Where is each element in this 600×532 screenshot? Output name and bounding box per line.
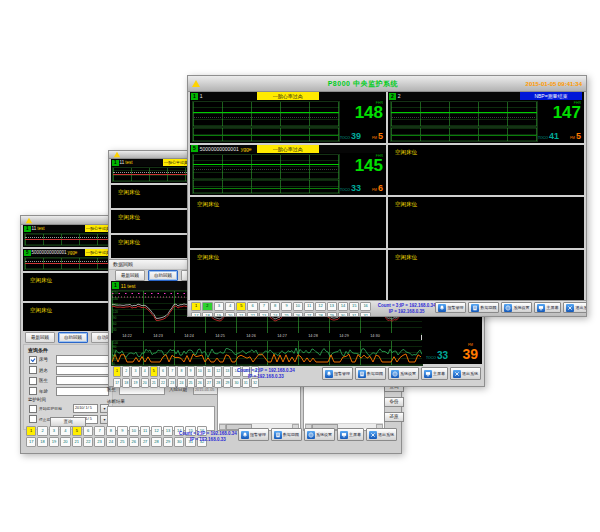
bed-button-22[interactable]: 22 <box>83 437 93 447</box>
bed-button-24[interactable]: 24 <box>106 437 116 447</box>
bed-button-26[interactable]: 26 <box>129 437 139 447</box>
bed-button-18[interactable]: 18 <box>122 378 130 389</box>
bed-button-25[interactable]: 25 <box>117 437 127 447</box>
bed-button-1[interactable]: 1 <box>191 302 201 311</box>
bed-button-28[interactable]: 28 <box>315 312 325 317</box>
toolbar-button-main-screen[interactable]: 主屏幕 <box>534 302 561 313</box>
empty-bed-cell[interactable]: 空闲床位 <box>111 235 189 258</box>
toolbar-button-main-screen[interactable]: 主屏幕 <box>421 367 448 380</box>
toolbar-button-settings-globe[interactable]: 系统设置 <box>388 367 419 380</box>
bed-button-27[interactable]: 27 <box>205 378 213 389</box>
bed-button-19[interactable]: 19 <box>214 312 224 317</box>
bed-button-12[interactable]: 12 <box>151 426 161 436</box>
empty-bed-cell[interactable]: 空闲床位 <box>111 210 189 233</box>
bed-button-20[interactable]: 20 <box>141 378 149 389</box>
bed-button-13[interactable]: 13 <box>163 426 173 436</box>
toolbar-button-alarm-bell[interactable]: 报警管理 <box>435 302 466 313</box>
bed-button-22[interactable]: 22 <box>159 378 167 389</box>
toolbar-button-exit[interactable]: 退出系统 <box>450 367 481 380</box>
checkbox-床号[interactable] <box>29 356 37 364</box>
bed-button-16[interactable]: 16 <box>360 302 370 311</box>
empty-bed-cell[interactable]: 空闲床位 <box>190 197 386 248</box>
bed-button-15[interactable]: 15 <box>349 302 359 311</box>
toolbar-button-alarm-bell[interactable]: 报警管理 <box>322 367 353 380</box>
patient-cell-bed-1[interactable]: 11一胎心率过高FHR148TOCO39FM5 <box>190 92 386 143</box>
window-a-title-bar[interactable]: P8000 中央监护系统 2015-01-05 09:41:34 <box>188 76 586 92</box>
bed-button-3[interactable]: 3 <box>131 366 139 377</box>
bed-button-25[interactable]: 25 <box>281 312 291 317</box>
bed-button-6[interactable]: 6 <box>159 366 167 377</box>
toolbar-button-alarm-bell[interactable]: 报警管理 <box>238 428 269 441</box>
bed-button-28[interactable]: 28 <box>214 378 222 389</box>
bed-button-17[interactable]: 17 <box>191 312 201 317</box>
side-button-备份[interactable]: 备份 <box>384 397 404 407</box>
tab-自助回顾[interactable]: 自助回顾 <box>148 270 178 281</box>
bed-button-8[interactable]: 8 <box>106 426 116 436</box>
bed-button-1[interactable]: 1 <box>26 426 36 436</box>
bed-button-23[interactable]: 23 <box>94 437 104 447</box>
bed-button-10[interactable]: 10 <box>196 366 204 377</box>
bed-button-1[interactable]: 1 <box>113 366 121 377</box>
bed-button-24[interactable]: 24 <box>177 378 185 389</box>
bed-button-4[interactable]: 4 <box>141 366 149 377</box>
patient-cell-bed-5[interactable]: 550000000000001ygge一胎心率过高 <box>23 249 111 271</box>
date-input-开始监护日期[interactable]: 2010/ 1/ 5 <box>73 404 98 413</box>
bed-button-21[interactable]: 21 <box>150 378 158 389</box>
empty-bed-cell[interactable]: 空闲床位 <box>111 185 189 208</box>
bed-button-4[interactable]: 4 <box>225 302 235 311</box>
bed-button-13[interactable]: 13 <box>223 366 231 377</box>
bed-button-19[interactable]: 19 <box>131 378 139 389</box>
bed-button-31[interactable]: 31 <box>349 312 359 317</box>
field-input-姓名[interactable] <box>56 366 109 375</box>
bed-button-32[interactable]: 32 <box>360 312 370 317</box>
bed-button-9[interactable]: 9 <box>187 366 195 377</box>
bed-button-29[interactable]: 29 <box>163 437 173 447</box>
bed-button-5[interactable]: 5 <box>72 426 82 436</box>
bed-button-11[interactable]: 11 <box>205 366 213 377</box>
bed-button-9[interactable]: 9 <box>281 302 291 311</box>
toolbar-button-settings-globe[interactable]: 系统设置 <box>501 302 532 313</box>
bed-button-24[interactable]: 24 <box>270 312 280 317</box>
bed-button-13[interactable]: 13 <box>327 302 337 311</box>
bed-button-19[interactable]: 19 <box>49 437 59 447</box>
bed-button-10[interactable]: 10 <box>293 302 303 311</box>
patient-cell-bed-1[interactable]: 111test一胎心率过高 <box>23 225 111 247</box>
checkbox-医生[interactable] <box>29 377 37 385</box>
bed-button-30[interactable]: 30 <box>338 312 348 317</box>
bed-button-21[interactable]: 21 <box>72 437 82 447</box>
bed-button-22[interactable]: 22 <box>247 312 257 317</box>
bed-button-18[interactable]: 18 <box>37 437 47 447</box>
checkbox-年龄[interactable] <box>29 387 37 395</box>
bed-button-10[interactable]: 10 <box>129 426 139 436</box>
bed-button-7[interactable]: 7 <box>259 302 269 311</box>
empty-bed-cell[interactable]: 空闲床位 <box>190 250 386 301</box>
empty-bed-cell[interactable]: 空闲床位 <box>388 250 584 301</box>
bed-button-26[interactable]: 26 <box>196 378 204 389</box>
empty-bed-cell[interactable]: 空闲床位 <box>388 197 584 248</box>
empty-bed-cell[interactable]: 空闲床位 <box>23 303 111 331</box>
field-input-年龄[interactable] <box>56 387 109 396</box>
bed-button-23[interactable]: 23 <box>259 312 269 317</box>
bed-button-25[interactable]: 25 <box>187 378 195 389</box>
bed-button-6[interactable]: 6 <box>247 302 257 311</box>
tab-最新回顾[interactable]: 最新回顾 <box>115 270 145 281</box>
bed-button-28[interactable]: 28 <box>151 437 161 447</box>
bed-button-2[interactable]: 2 <box>202 302 212 311</box>
bed-button-27[interactable]: 27 <box>140 437 150 447</box>
bed-button-9[interactable]: 9 <box>117 426 127 436</box>
bed-button-12[interactable]: 12 <box>315 302 325 311</box>
bed-button-17[interactable]: 17 <box>26 437 36 447</box>
toolbar-button-data-review[interactable]: 数据回顾 <box>355 367 386 380</box>
bed-button-7[interactable]: 7 <box>168 366 176 377</box>
bed-button-7[interactable]: 7 <box>94 426 104 436</box>
bed-button-3[interactable]: 3 <box>49 426 59 436</box>
bed-button-5[interactable]: 5 <box>236 302 246 311</box>
toolbar-button-exit[interactable]: 退出系统 <box>366 428 397 441</box>
checkbox-开始监护日期[interactable] <box>29 405 37 413</box>
bed-button-17[interactable]: 17 <box>113 378 121 389</box>
tab-最新回顾[interactable]: 最新回顾 <box>25 332 55 343</box>
patient-cell-bed-1[interactable]: 111test一胎心率过高 <box>111 159 189 183</box>
toolbar-button-data-review[interactable]: 数据回顾 <box>271 428 302 441</box>
bed-button-8[interactable]: 8 <box>270 302 280 311</box>
field-input-床号[interactable] <box>56 355 109 364</box>
